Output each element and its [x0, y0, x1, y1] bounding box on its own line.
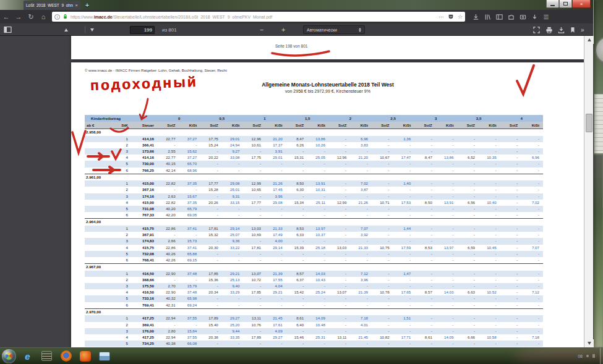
- table-row: 1414,1622,7737,2717,7529,0112,9621,208,4…: [85, 136, 543, 142]
- taskbar-firefox-icon[interactable]: [58, 349, 74, 363]
- kist-cell: 14,09: [307, 315, 329, 321]
- pocket-icon[interactable]: [448, 14, 454, 20]
- scrollbar[interactable]: [584, 36, 593, 347]
- solz-cell: -: [286, 257, 308, 264]
- taskbar-ie-icon[interactable]: e: [20, 349, 35, 363]
- bookmark-star-icon[interactable]: ☆: [458, 14, 463, 20]
- solz-cell: 15,34: [286, 200, 308, 206]
- maximize-button[interactable]: [559, 0, 572, 8]
- presentation-mode-button[interactable]: [533, 23, 540, 36]
- pdf-sidebar-toggle[interactable]: [4, 23, 12, 36]
- solz-cell: -: [329, 226, 351, 232]
- scroll-down-icon[interactable]: [584, 339, 594, 347]
- screenshot-icon[interactable]: [518, 12, 527, 21]
- close-button[interactable]: ×: [572, 0, 591, 8]
- solz-cell: -: [414, 187, 436, 193]
- save-to-pocket-icon[interactable]: [530, 12, 539, 21]
- download-button[interactable]: [558, 23, 565, 36]
- solz-cell: -: [500, 200, 522, 206]
- solz-cell: 20,22: [200, 154, 222, 161]
- page-number-input[interactable]: [130, 26, 155, 34]
- page-up-button[interactable]: [64, 23, 68, 36]
- home-button[interactable]: ⌂: [37, 11, 49, 22]
- taskbar: e 08: [0, 347, 603, 364]
- ab-cell: [85, 277, 113, 283]
- column-header: SolZ: [414, 122, 436, 129]
- scroll-up-icon[interactable]: [584, 36, 594, 44]
- column-header: StK: [113, 122, 132, 129]
- browser-tab[interactable]: LoSt_2018_WEST_9_ohnePKV_Mona ×: [24, 1, 80, 10]
- minimize-button[interactable]: [546, 0, 559, 8]
- kist-cell: 7,07: [350, 226, 372, 232]
- new-tab-button[interactable]: +: [83, 1, 92, 9]
- tab-close-icon[interactable]: ×: [75, 3, 78, 8]
- taskbar-explorer-icon[interactable]: [96, 349, 112, 363]
- kist-cell: 17,59: [393, 245, 415, 251]
- kist-cell: -: [521, 328, 543, 334]
- menu-icon[interactable]: ☰: [542, 12, 550, 21]
- taskbar-document-icon[interactable]: [39, 349, 54, 363]
- solz-cell: -: [200, 257, 222, 264]
- stk-cell: 2: [113, 277, 132, 283]
- show-desktop-button[interactable]: [600, 348, 603, 364]
- kist-cell: -: [265, 251, 286, 257]
- solz-cell: 12,99: [329, 200, 351, 206]
- solz-cell: -: [414, 212, 436, 219]
- steuer-cell: 174,83: [132, 238, 158, 244]
- solz-cell: -: [286, 206, 308, 212]
- kist-cell: 29,27: [222, 315, 244, 321]
- zoom-select[interactable]: Автоматически: [303, 23, 365, 36]
- kist-cell: -: [521, 257, 543, 264]
- solz-cell: 13,03: [329, 245, 351, 251]
- tray-dot-icon: [586, 355, 589, 357]
- solz-cell: -: [372, 341, 393, 347]
- pdf-viewer: Seite 198 von 801 © www.imacc.de - IMACC…: [0, 36, 594, 347]
- kist-cell: -: [393, 302, 415, 309]
- info-icon[interactable]: i: [54, 14, 60, 20]
- kist-cell: -: [436, 257, 458, 264]
- kist-cell: -: [350, 283, 372, 289]
- solz-cell: -: [414, 180, 436, 187]
- scrollbar-thumb[interactable]: [586, 114, 592, 132]
- downloads-icon[interactable]: [471, 12, 480, 21]
- solz-cell: -: [414, 238, 436, 244]
- kist-cell: 10,35: [479, 154, 500, 161]
- zoom-in-button[interactable]: +: [281, 23, 285, 36]
- back-button[interactable]: ←: [0, 11, 12, 22]
- page-actions-icon[interactable]: ⋯: [438, 14, 444, 20]
- print-button[interactable]: [545, 23, 553, 36]
- kist-cell: -: [436, 193, 458, 200]
- table-row: 2367,16--15,2825,0110,6517,456,3010,31-3…: [85, 187, 543, 193]
- start-button[interactable]: [2, 349, 16, 363]
- system-tray[interactable]: 08: [578, 354, 600, 358]
- library-icon[interactable]: [483, 12, 492, 21]
- table-row: 2369,41--15,4025,2010,7617,616,4010,48-4…: [85, 322, 543, 328]
- ab-cell: [85, 302, 113, 309]
- table-row: 6767,3342,2069,05----------------: [85, 212, 543, 219]
- ab-cell: [85, 180, 113, 187]
- table-row: 1415,7522,8637,4117,8129,1413,0321,338,5…: [85, 226, 543, 232]
- forward-button[interactable]: →: [12, 11, 25, 22]
- solz-cell: -: [329, 251, 351, 257]
- extension-icon[interactable]: [507, 12, 515, 21]
- zoom-out-button[interactable]: −: [260, 23, 263, 36]
- page-down-button[interactable]: [90, 23, 94, 36]
- solz-cell: 12,96: [243, 136, 265, 142]
- taskbar-orange-app-icon[interactable]: [77, 349, 93, 363]
- tools-chevrons-button[interactable]: »: [581, 23, 584, 36]
- solz-cell: 22,86: [158, 245, 179, 251]
- tab-title: LoSt_2018_WEST_9_ohnePKV_Mona: [26, 3, 73, 7]
- sidebar-icon[interactable]: [495, 12, 503, 21]
- solz-cell: -: [200, 283, 222, 289]
- reload-button[interactable]: ↻: [25, 11, 37, 22]
- solz-cell: -: [286, 193, 308, 200]
- bookmark-button[interactable]: [570, 23, 576, 36]
- solz-cell: -: [457, 226, 479, 232]
- lock-icon: [62, 14, 68, 20]
- screen: LoSt_2018_WEST_9_ohnePKV_Mona × + × ← → …: [0, 0, 603, 364]
- kist-cell: 9,31: [222, 193, 244, 200]
- solz-cell: -: [457, 238, 479, 244]
- kist-cell: -: [436, 238, 458, 244]
- solz-cell: -: [286, 251, 308, 257]
- url-bar[interactable]: i https://www.imacc.de/Steuertabelle/Loh…: [52, 12, 465, 22]
